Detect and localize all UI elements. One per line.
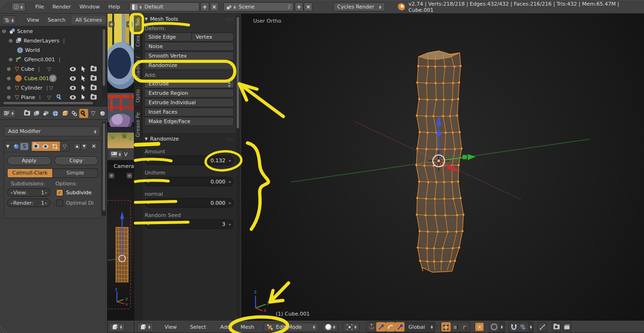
apply-button[interactable]: Apply (7, 156, 51, 165)
object-name[interactable]: World (25, 47, 40, 53)
scene-root-name[interactable]: Scene (17, 28, 33, 34)
region-expand-button[interactable]: + (108, 21, 115, 27)
viewport-shading-dropdown[interactable]: ▲▼ (322, 323, 338, 332)
object-name[interactable]: Cylinder (21, 85, 42, 91)
delete-scene-button[interactable]: ✕ (304, 2, 313, 11)
modifier-cage-toggle[interactable]: ▽ (60, 142, 69, 151)
mode-dropdown[interactable]: Edit Mode ▲▼ (264, 323, 318, 332)
outliner-menu-view[interactable]: View (23, 17, 43, 23)
snap-toggle[interactable] (509, 322, 519, 332)
properties-scrollbar[interactable] (102, 122, 106, 216)
modifier-move-down-button[interactable]: ▼ (81, 143, 88, 150)
viewport-menu-select[interactable]: Select (185, 324, 211, 330)
visibility-eye-icon[interactable] (70, 76, 76, 81)
modifier-expand-icon[interactable]: ▼ (6, 144, 9, 149)
manipulator-translate-toggle[interactable] (376, 322, 386, 332)
random-seed-slider[interactable]: ◂3▸ (145, 219, 233, 229)
amount-slider[interactable]: ◂0.132▸ (145, 156, 233, 165)
toolshelf-tab-shading[interactable]: Shading / (134, 53, 141, 84)
manipulator-rotate-toggle[interactable] (386, 322, 395, 332)
object-name[interactable]: GPencil.001 (24, 57, 55, 63)
mesh-data-icon[interactable]: ▽ (47, 66, 51, 72)
outliner-display-mode[interactable]: All Scenes (72, 16, 106, 24)
slide-edge-button[interactable]: Slide Edge (144, 33, 192, 42)
image-editor-menu-view[interactable]: V (123, 151, 129, 158)
randomize-button[interactable]: Randomize (144, 61, 234, 70)
render-engine-selector[interactable]: Cycles Render ▲▼ (333, 2, 385, 11)
area-corner[interactable] (0, 325, 8, 333)
object-name[interactable]: Cube (21, 66, 34, 72)
visibility-eye-icon[interactable] (70, 95, 76, 100)
subdivide-checkbox[interactable]: ✓ (56, 189, 63, 196)
viewport-menu-view[interactable]: View (160, 324, 182, 330)
region-expand-button[interactable]: + (126, 21, 132, 27)
visibility-eye-icon[interactable] (70, 86, 76, 90)
mesh-data-icon[interactable]: ▽ (49, 75, 57, 82)
collapse-icon[interactable]: ⊖ (2, 28, 6, 34)
orientation-label[interactable]: Global (405, 324, 429, 330)
make-edge-face-button[interactable]: Make Edge/Face (144, 117, 234, 126)
expand-icon[interactable]: ⊕ (7, 85, 11, 91)
modifier-move-up-button[interactable]: ▲ (74, 143, 81, 150)
panel-drag-dots[interactable]: :::: (226, 137, 233, 142)
renderability-camera-icon[interactable] (91, 95, 97, 100)
menu-help[interactable]: Help (104, 4, 124, 10)
area-corner[interactable] (0, 0, 8, 8)
manipulate-center-points-toggle[interactable] (537, 322, 547, 332)
tab-render[interactable] (23, 109, 32, 118)
camera-viewport-type-selector[interactable]: ▲▼ (109, 323, 125, 332)
modifier-name-field[interactable]: S (20, 143, 28, 150)
viewport-menu-add[interactable]: Add (215, 324, 235, 330)
pivot-point-dropdown[interactable]: ▲▼ (343, 323, 360, 332)
outliner-row-scene[interactable]: ⊖ Scene (0, 26, 100, 36)
selectability-cursor-icon[interactable] (81, 85, 86, 91)
outliner-row-plane[interactable]: ⊕ ▽ Plane | ▽ (0, 92, 100, 100)
render-subdivisions-field[interactable]: ◂ Render: 1 ▸ (7, 199, 50, 207)
outliner-row-renderlayers[interactable]: ⊕ RenderLayers | (0, 36, 100, 45)
selectability-cursor-icon[interactable] (81, 75, 86, 82)
view-subdivisions-field[interactable]: ◂ View: 1 ▸ (7, 188, 50, 197)
normal-slider[interactable]: ◂0.000▸ (145, 198, 233, 208)
snap-element-dropdown[interactable] (519, 322, 528, 332)
optimal-display-checkbox[interactable]: ✓ (56, 200, 63, 207)
tab-render-layers[interactable] (32, 109, 41, 118)
edge-select-mode[interactable] (451, 322, 460, 332)
render-opengl-anim-button[interactable] (562, 322, 571, 332)
viewport-canvas[interactable] (242, 14, 644, 321)
tab-scene[interactable] (41, 109, 50, 118)
subd-type-catmull[interactable]: Catmull-Clark (7, 168, 53, 178)
renderability-camera-icon[interactable] (91, 85, 97, 90)
object-name-selected[interactable]: Cube.001 (24, 75, 49, 82)
outliner-hscrollbar[interactable] (2, 101, 96, 105)
menu-render[interactable]: Render (48, 4, 75, 10)
expand-icon[interactable]: ⊕ (7, 94, 11, 100)
mesh-tools-panel-title[interactable]: Mesh Tools (150, 16, 178, 22)
panel-drag-dots[interactable]: :::: (226, 17, 233, 22)
toolshelf-tab-options[interactable]: Optio (134, 85, 141, 106)
panel-collapse-icon[interactable]: ▼ (145, 17, 148, 21)
scene-selector[interactable]: ▲▼ Scene 2 (223, 2, 294, 11)
expand-icon[interactable]: ⊕ (8, 38, 13, 44)
toolshelf-tab-create[interactable]: Crea (134, 32, 141, 50)
object-name[interactable]: RenderLayers (24, 38, 59, 44)
outliner-menu-search[interactable]: Search (43, 17, 70, 23)
extrude-individual-button[interactable]: Extrude Individual (144, 98, 234, 107)
viewport-type-selector[interactable]: ▲▼ (137, 323, 153, 332)
subd-type-simple[interactable]: Simple (53, 168, 98, 178)
uniform-slider[interactable]: ◂0.000▸ (145, 177, 233, 186)
add-scene-button[interactable]: + (295, 2, 304, 11)
modifier-render-toggle[interactable] (32, 142, 41, 151)
add-layout-button[interactable]: + (200, 2, 209, 11)
viewport-3d[interactable]: User Ortho (242, 14, 644, 321)
screen-layout-selector[interactable]: ▲▼ Default (129, 2, 199, 11)
modifier-editmode-toggle[interactable] (50, 142, 60, 151)
render-opengl-button[interactable] (552, 322, 561, 332)
extrude-menu-button[interactable]: Extrude (144, 79, 234, 88)
toolshelf-tab-tools[interactable]: Too (134, 14, 141, 30)
tab-material[interactable] (98, 109, 107, 118)
slide-vertex-button[interactable]: Vertex (192, 33, 234, 42)
menu-window[interactable]: Window (75, 4, 104, 10)
manipulator-toggle[interactable] (367, 322, 376, 332)
outliner-row-cube[interactable]: ⊕ ▽ Cube | ▽ (0, 64, 100, 74)
smooth-vertex-button[interactable]: Smooth Vertex (144, 51, 234, 60)
